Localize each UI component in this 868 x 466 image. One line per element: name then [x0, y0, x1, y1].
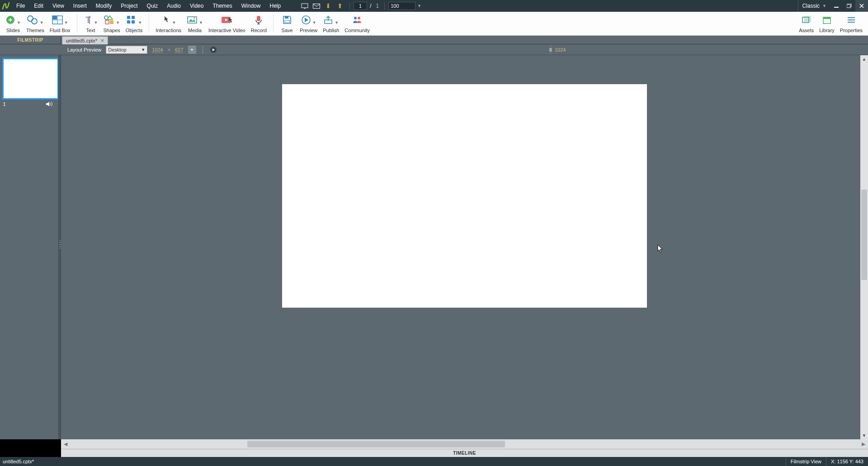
status-view: Filmstrip View: [786, 457, 826, 466]
record-button[interactable]: Record: [248, 12, 269, 35]
themes-button[interactable]: ▼ Themes: [24, 12, 47, 35]
svg-rect-31: [285, 20, 289, 23]
arrow-up-icon[interactable]: ⬆: [334, 0, 346, 12]
page-separator: /: [370, 3, 371, 9]
scroll-right-icon[interactable]: ▶: [859, 439, 868, 449]
add-breakpoint-button[interactable]: +: [188, 46, 196, 54]
status-coords: X: 1156 Y: 443: [826, 457, 868, 466]
layout-mode-select[interactable]: Desktop ▼: [106, 46, 147, 54]
slide-stage[interactable]: [282, 84, 647, 308]
menu-file[interactable]: File: [12, 0, 29, 12]
svg-rect-0: [302, 4, 308, 8]
timeline-header[interactable]: TIMELINE: [61, 449, 868, 457]
filmstrip-title: FILMSTRIP: [0, 36, 61, 44]
editor-canvas[interactable]: ▲ ▼: [61, 55, 868, 439]
document-tab[interactable]: untitled5.cptx* ×: [62, 36, 108, 45]
statusbar: untitled5.cptx* Filmstrip View X: 1156 Y…: [0, 457, 868, 466]
objects-button[interactable]: ▼ Objects: [123, 12, 145, 35]
menu-help[interactable]: Help: [265, 0, 285, 12]
layout-height[interactable]: 627: [175, 47, 183, 52]
main-toolbar: ▼ Slides ▼ Themes ▼ Fluid Box T▼ Text ▼ …: [0, 12, 868, 36]
vertical-scrollbar[interactable]: ▲ ▼: [860, 55, 868, 439]
audio-icon[interactable]: [46, 101, 52, 107]
play-button[interactable]: [209, 46, 217, 54]
slides-button[interactable]: ▼ Slides: [3, 12, 24, 35]
menu-edit[interactable]: Edit: [29, 0, 48, 12]
mail-icon[interactable]: [311, 0, 322, 12]
menu-quiz[interactable]: Quiz: [142, 0, 163, 12]
library-button[interactable]: Library: [816, 12, 837, 35]
svg-rect-30: [285, 16, 288, 19]
svg-rect-23: [132, 20, 135, 24]
chevron-down-icon[interactable]: ▼: [417, 4, 421, 8]
fluidbox-button[interactable]: ▼ Fluid Box: [47, 12, 73, 35]
layout-preview-bar: Layout Preview Desktop ▼ 1024 × 627 + 10…: [0, 44, 868, 55]
filmstrip-panel: 1: [0, 55, 61, 439]
scrollbar-thumb[interactable]: [861, 190, 867, 280]
page-total: 1: [376, 3, 379, 9]
community-button[interactable]: Community: [342, 12, 373, 35]
chevron-down-icon: ▼: [822, 4, 826, 8]
scroll-left-icon[interactable]: ◀: [61, 439, 70, 449]
arrow-down-icon[interactable]: ⬇: [322, 0, 334, 12]
scrollbar-track[interactable]: [860, 63, 868, 432]
interactions-button[interactable]: ▼ Interactions: [153, 12, 184, 35]
svg-rect-20: [127, 16, 130, 19]
workspace-switcher[interactable]: Classic ▼: [798, 0, 830, 12]
zoom-input[interactable]: [388, 2, 415, 10]
svg-rect-39: [823, 17, 830, 19]
app-logo: [0, 0, 12, 12]
scroll-up-icon[interactable]: ▲: [860, 55, 868, 63]
page-current-input[interactable]: [354, 2, 367, 10]
status-document: untitled5.cptx*: [0, 459, 34, 464]
ruler-marker[interactable]: 1024: [548, 44, 566, 55]
save-button[interactable]: Save: [277, 12, 297, 35]
properties-button[interactable]: Properties: [837, 12, 865, 35]
main-menu: File Edit View Insert Modify Project Qui…: [12, 0, 285, 12]
layout-width[interactable]: 1024: [152, 47, 163, 52]
layout-preview-label: Layout Preview: [67, 47, 101, 52]
menu-video[interactable]: Video: [185, 0, 208, 12]
preview-button[interactable]: ▼ Preview: [297, 12, 320, 35]
svg-point-34: [354, 17, 357, 19]
timeline-title: TIMELINE: [453, 451, 476, 456]
window-controls: [830, 0, 868, 12]
menu-view[interactable]: View: [48, 0, 69, 12]
scroll-down-icon[interactable]: ▼: [860, 432, 868, 439]
text-button[interactable]: T▼ Text: [81, 12, 101, 35]
close-icon[interactable]: ×: [101, 38, 104, 44]
svg-rect-12: [52, 16, 57, 19]
restore-button[interactable]: [843, 0, 855, 12]
minimize-button[interactable]: [830, 0, 843, 12]
svg-rect-21: [132, 16, 135, 19]
document-tab-label: untitled5.cptx*: [66, 38, 97, 43]
svg-text:T: T: [85, 15, 90, 25]
svg-rect-3: [834, 7, 839, 8]
svg-rect-27: [257, 16, 260, 21]
menu-modify[interactable]: Modify: [91, 0, 116, 12]
workspace-body: 1 ▲ ▼: [0, 55, 868, 439]
scrollbar-thumb[interactable]: [247, 441, 505, 447]
svg-rect-37: [804, 16, 811, 22]
menu-themes[interactable]: Themes: [208, 0, 236, 12]
assets-button[interactable]: Assets: [796, 12, 816, 35]
times-icon: ×: [168, 47, 170, 52]
menu-insert[interactable]: Insert: [69, 0, 91, 12]
chevron-down-icon: ▼: [141, 48, 145, 52]
close-button[interactable]: [855, 0, 868, 12]
media-button[interactable]: ▼ Media: [184, 12, 206, 35]
toolbar-right: Assets Library Properties: [796, 12, 865, 35]
interactive-video-button[interactable]: Interactive Video: [206, 12, 248, 35]
svg-rect-22: [127, 20, 130, 24]
shapes-button[interactable]: ▼ Shapes: [101, 12, 123, 35]
publish-button[interactable]: ▼ Publish: [320, 12, 342, 35]
menu-project[interactable]: Project: [116, 0, 142, 12]
slide-thumbnail[interactable]: [2, 58, 59, 100]
scrollbar-track[interactable]: [70, 439, 859, 449]
slide-number: 1: [3, 101, 6, 107]
horizontal-scrollbar[interactable]: ◀ ▶: [61, 439, 868, 449]
menu-window[interactable]: Window: [237, 0, 265, 12]
menu-audio[interactable]: Audio: [162, 0, 185, 12]
preview-device-icon[interactable]: [299, 0, 311, 12]
separator: [384, 2, 385, 10]
